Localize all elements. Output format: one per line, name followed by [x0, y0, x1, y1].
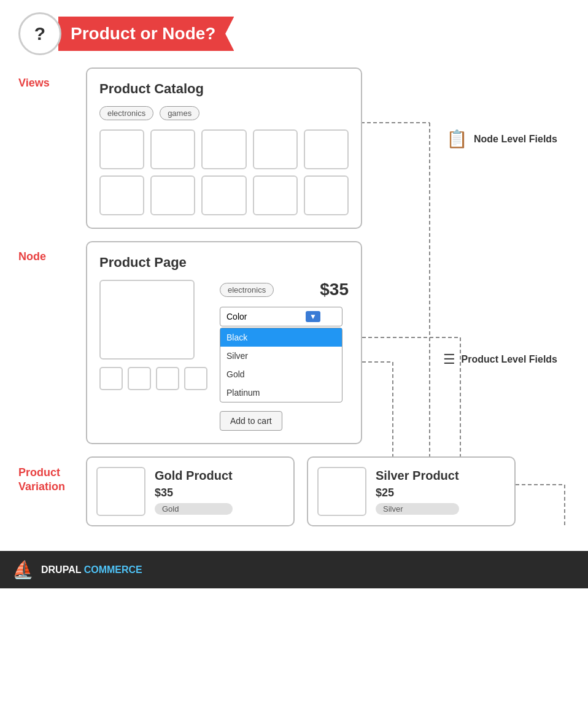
catalog-grid-row1 [99, 129, 349, 169]
add-to-cart-button[interactable]: Add to cart [220, 411, 282, 431]
thumb-4 [184, 367, 207, 390]
product-page-card: Product Page [86, 241, 362, 444]
drupal-logo-icon: ⛵ [12, 560, 34, 580]
variation-label: ProductVariation [18, 456, 86, 494]
variation-card-silver: Silver Product $25 Silver [307, 456, 516, 526]
header-title: Product or Node? [58, 17, 234, 51]
node-fields-icon: 📋 [446, 129, 468, 149]
color-option-black[interactable]: Black [220, 328, 342, 347]
variation-price-gold: $35 [155, 487, 233, 499]
views-row: Views Product Catalog electronics games [18, 67, 570, 229]
dropdown-arrow-icon: ▼ [306, 311, 320, 322]
product-level-fields-annotation: ☰ Product Level Fields [443, 352, 557, 367]
product-page-title: Product Page [99, 255, 349, 271]
thumb-3 [156, 367, 179, 390]
variation-cards: Gold Product $35 Gold Silver Product $25… [86, 456, 516, 526]
grid-cell [201, 129, 246, 169]
thumb-1 [99, 367, 123, 390]
product-top-row: electronics $35 [220, 280, 349, 299]
variation-name-silver: Silver Product [376, 469, 459, 483]
grid-cell [150, 175, 195, 215]
grid-cell [304, 175, 349, 215]
color-option-gold[interactable]: Gold [220, 365, 342, 383]
grid-cell [99, 175, 144, 215]
node-label: Node [18, 241, 86, 263]
product-right: electronics $35 Color ▼ Black Silver [220, 280, 349, 431]
product-fields-icon: ☰ [443, 352, 455, 367]
grid-cell [201, 175, 246, 215]
variation-info-silver: Silver Product $25 Silver [376, 469, 459, 515]
variation-card-gold: Gold Product $35 Gold [86, 456, 295, 526]
variation-price-silver: $25 [376, 487, 459, 499]
product-tag: electronics [220, 283, 274, 297]
color-option-platinum[interactable]: Platinum [220, 383, 342, 402]
variation-info-gold: Gold Product $35 Gold [155, 469, 233, 515]
grid-cell [99, 129, 144, 169]
variation-badge-silver: Silver [376, 503, 459, 515]
catalog-title: Product Catalog [99, 81, 349, 97]
views-label: Views [18, 67, 86, 90]
variation-name-gold: Gold Product [155, 469, 233, 483]
product-price: $35 [320, 280, 349, 299]
footer-brand: DRUPAL COMMERCE [41, 564, 142, 575]
product-page-inner: electronics $35 Color ▼ Black Silver [99, 280, 349, 431]
footer-drupal: DRUPAL [41, 564, 81, 575]
footer-commerce: COMMERCE [84, 564, 142, 575]
header-icon: ? [18, 12, 61, 55]
grid-cell [253, 175, 298, 215]
node-row: Node Product Page [18, 241, 570, 444]
catalog-grid-row2 [99, 175, 349, 215]
color-label: Color [226, 312, 247, 321]
tag-games: games [160, 106, 199, 120]
thumb-2 [128, 367, 151, 390]
variation-image-silver [317, 467, 366, 516]
tag-row: electronics games [99, 106, 349, 120]
variation-label-text: ProductVariation [18, 466, 65, 493]
page-header: ? Product or Node? [0, 0, 588, 67]
grid-cell [304, 129, 349, 169]
color-select-wrapper: Color ▼ Black Silver Gold Platinum [220, 307, 349, 402]
color-dropdown-menu: Black Silver Gold Platinum [220, 328, 342, 402]
tag-electronics: electronics [99, 106, 153, 120]
footer: ⛵ DRUPAL COMMERCE [0, 551, 588, 588]
grid-cell [253, 129, 298, 169]
product-fields-label: Product Level Fields [462, 354, 557, 365]
product-left [99, 280, 207, 431]
grid-cell [150, 129, 195, 169]
node-level-fields-annotation: 📋 Node Level Fields [446, 129, 557, 149]
variation-image-gold [96, 467, 145, 516]
product-catalog-card: Product Catalog electronics games [86, 67, 362, 229]
main-content: Views Product Catalog electronics games [0, 67, 588, 526]
color-select-button[interactable]: Color ▼ [220, 307, 342, 326]
color-option-silver[interactable]: Silver [220, 347, 342, 365]
node-fields-label: Node Level Fields [474, 134, 557, 145]
product-main-image [99, 280, 195, 360]
variation-badge-gold: Gold [155, 503, 233, 515]
thumb-row [99, 367, 207, 390]
variation-row: ProductVariation Gold Product $35 Gold [18, 456, 570, 526]
